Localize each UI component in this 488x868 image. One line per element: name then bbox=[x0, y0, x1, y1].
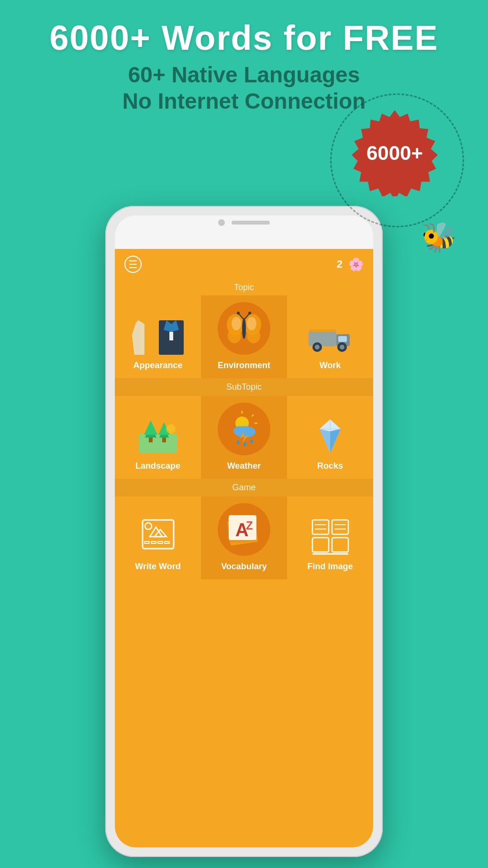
subtopic-item-rocks[interactable]: Rocks bbox=[287, 396, 373, 479]
phone-top-hardware bbox=[218, 219, 270, 226]
game-item-findimage[interactable]: Find Image bbox=[287, 496, 373, 579]
svg-rect-58 bbox=[158, 541, 163, 543]
main-title: 6000+ Words for FREE bbox=[0, 19, 488, 57]
environment-icon-circle bbox=[218, 302, 270, 355]
svg-point-44 bbox=[250, 440, 253, 443]
hamburger-line-1 bbox=[129, 260, 137, 261]
hamburger-line-2 bbox=[129, 264, 137, 265]
topic-item-appearance[interactable]: Appearance bbox=[115, 295, 201, 378]
phone-camera bbox=[218, 219, 225, 226]
svg-rect-21 bbox=[338, 336, 347, 342]
svg-rect-66 bbox=[332, 520, 348, 534]
app-screen: 2 🌸 Topic bbox=[115, 249, 373, 847]
vocabulary-icon-circle: A Z bbox=[218, 503, 270, 556]
game-label-findimage: Find Image bbox=[307, 562, 353, 572]
svg-point-17 bbox=[248, 312, 251, 315]
suit-icon bbox=[159, 320, 184, 355]
dress-icon bbox=[132, 320, 157, 355]
subtopic-grid: Landscape bbox=[115, 396, 373, 479]
svg-marker-29 bbox=[144, 420, 157, 435]
weather-icon-circle bbox=[218, 403, 270, 455]
hamburger-button[interactable] bbox=[124, 256, 142, 273]
subtopic-item-weather[interactable]: Weather bbox=[201, 396, 287, 479]
topic-label-appearance: Appearance bbox=[133, 361, 182, 371]
svg-point-42 bbox=[237, 440, 240, 444]
vocabulary-icon: A Z bbox=[225, 510, 263, 549]
topic-label-work: Work bbox=[320, 361, 341, 371]
svg-point-10 bbox=[247, 328, 260, 343]
topic-grid: Appearance bbox=[115, 295, 373, 378]
svg-marker-48 bbox=[330, 429, 341, 453]
svg-rect-57 bbox=[151, 541, 156, 543]
svg-rect-27 bbox=[139, 434, 177, 453]
svg-point-25 bbox=[340, 345, 344, 349]
svg-rect-56 bbox=[144, 541, 149, 543]
svg-point-12 bbox=[247, 317, 256, 330]
svg-rect-19 bbox=[309, 331, 336, 346]
badge-container: 6000+ bbox=[352, 110, 438, 196]
subtopic-label-landscape: Landscape bbox=[135, 461, 180, 471]
app-header-bar: 2 🌸 bbox=[115, 249, 373, 280]
app-header-right: 2 🌸 bbox=[337, 257, 364, 272]
game-item-writeword[interactable]: Write Word bbox=[115, 496, 201, 579]
appearance-icon-group bbox=[132, 320, 184, 355]
game-label-vocabulary: Vocabulary bbox=[221, 562, 267, 572]
writeword-icon bbox=[138, 518, 178, 556]
game-section-label: Game bbox=[115, 479, 373, 496]
svg-point-11 bbox=[232, 317, 241, 330]
game-grid: Write Word A bbox=[115, 496, 373, 579]
weather-icon bbox=[225, 410, 263, 448]
flower-icon: 🌸 bbox=[348, 257, 364, 272]
subtopic-item-landscape[interactable]: Landscape bbox=[115, 396, 201, 479]
svg-point-15 bbox=[237, 312, 240, 315]
svg-marker-47 bbox=[320, 429, 330, 453]
svg-rect-65 bbox=[312, 520, 329, 534]
svg-rect-26 bbox=[310, 329, 335, 332]
subtopic-label-weather: Weather bbox=[227, 461, 261, 471]
bee-decoration: 🐝 bbox=[421, 220, 457, 254]
svg-point-8 bbox=[228, 328, 241, 343]
phone-outer: 2 🌸 Topic bbox=[105, 206, 383, 857]
badge-text: 6000+ bbox=[366, 142, 423, 165]
svg-rect-68 bbox=[332, 538, 348, 552]
svg-text:Z: Z bbox=[246, 519, 253, 532]
svg-rect-33 bbox=[162, 438, 166, 442]
svg-rect-6 bbox=[169, 332, 173, 340]
svg-marker-1 bbox=[132, 320, 144, 355]
phone-wrapper: 2 🌸 Topic bbox=[105, 206, 383, 857]
truck-icon bbox=[309, 324, 352, 355]
butterfly-icon bbox=[225, 309, 263, 348]
sub-title-1: 60+ Native Languages bbox=[0, 62, 488, 88]
svg-line-37 bbox=[252, 415, 254, 417]
landscape-icon bbox=[136, 419, 179, 455]
hamburger-line-3 bbox=[129, 267, 137, 268]
svg-point-43 bbox=[244, 442, 246, 446]
topic-label-environment: Environment bbox=[218, 361, 270, 371]
phone-screen: 2 🌸 Topic bbox=[115, 215, 373, 847]
coin-count: 2 bbox=[337, 258, 343, 271]
phone-speaker bbox=[232, 221, 270, 225]
game-label-writeword: Write Word bbox=[135, 562, 180, 572]
svg-rect-67 bbox=[312, 538, 329, 552]
svg-point-23 bbox=[315, 345, 320, 349]
topic-section-label: Topic bbox=[115, 280, 373, 295]
topic-item-work[interactable]: Work bbox=[287, 295, 373, 378]
svg-rect-52 bbox=[143, 520, 174, 549]
findimage-icon bbox=[310, 518, 351, 556]
game-item-vocabulary[interactable]: A Z Vocabulary bbox=[201, 496, 287, 579]
subtopic-section-label: SubTopic bbox=[115, 378, 373, 396]
subtopic-label-rocks: Rocks bbox=[317, 461, 343, 471]
svg-rect-30 bbox=[149, 438, 153, 442]
rocks-icon bbox=[311, 417, 349, 455]
svg-point-55 bbox=[145, 523, 152, 530]
topic-item-environment[interactable]: Environment bbox=[201, 295, 287, 378]
svg-rect-59 bbox=[165, 541, 169, 543]
svg-point-34 bbox=[166, 424, 176, 434]
svg-point-13 bbox=[242, 318, 246, 339]
badge-starburst: 6000+ bbox=[352, 110, 438, 196]
